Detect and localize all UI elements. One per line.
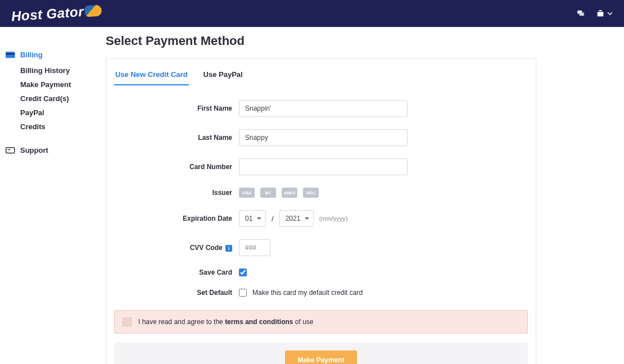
make-payment-button[interactable]: Make Payment	[285, 351, 356, 364]
support-icon	[6, 147, 16, 154]
account-menu[interactable]	[596, 9, 613, 18]
chat-icon[interactable]	[576, 10, 586, 17]
sidebar-item-paypal[interactable]: PayPal	[20, 106, 96, 120]
set-default-label: Set Default	[114, 289, 239, 297]
amex-icon: AMEX	[282, 188, 297, 198]
agree-checkbox[interactable]	[123, 317, 132, 326]
set-default-text: Make this card my default credit card	[252, 289, 363, 297]
brand-mascot-icon	[84, 4, 102, 17]
brand-name: Host Gator	[11, 4, 84, 25]
credit-card-icon	[6, 51, 16, 59]
brand-logo[interactable]: Host Gator	[11, 2, 102, 24]
toolbox-icon	[596, 9, 605, 18]
expiration-year-select[interactable]: 2021	[279, 210, 314, 227]
last-name-label: Last Name	[114, 134, 239, 142]
expiration-label: Expiration Date	[114, 215, 239, 222]
card-number-label: Card Number	[114, 163, 239, 171]
issuer-label: Issuer	[114, 189, 239, 197]
chevron-down-icon	[607, 11, 613, 16]
svg-rect-5	[8, 149, 11, 150]
expiration-sep: /	[272, 215, 274, 223]
sidebar-item-credits[interactable]: Credits	[20, 120, 96, 134]
tab-new-card[interactable]: Use New Credit Card	[114, 66, 189, 84]
agree-box: I have read and agree to the terms and c…	[114, 310, 528, 334]
first-name-label: First Name	[114, 104, 239, 112]
svg-rect-1	[580, 12, 584, 16]
sidebar-section-billing[interactable]: Billing	[6, 48, 96, 61]
cvv-label: CVV Code i	[114, 244, 239, 252]
tab-paypal[interactable]: Use PayPal	[202, 66, 244, 84]
info-icon[interactable]: i	[225, 245, 232, 252]
sidebar-section-support[interactable]: Support	[6, 144, 96, 157]
svg-rect-4	[6, 147, 15, 153]
svg-rect-3	[6, 53, 15, 54]
sidebar-item-billing-history[interactable]: Billing History	[20, 63, 96, 78]
sidebar-section-label: Support	[20, 146, 48, 154]
expiration-hint: (mm/yyyy)	[319, 215, 348, 222]
agree-text: I have read and agree to the terms and c…	[138, 318, 314, 326]
page-title: Select Payment Method	[106, 34, 536, 48]
mastercard-icon: MC	[260, 188, 276, 198]
discover-icon: DISC	[303, 188, 319, 198]
sidebar-section-label: Billing	[20, 51, 43, 59]
expiration-month-select[interactable]: 01	[239, 210, 266, 227]
sidebar-item-make-payment[interactable]: Make Payment	[20, 78, 96, 92]
set-default-checkbox[interactable]	[239, 289, 247, 297]
card-number-input[interactable]	[239, 158, 408, 175]
sidebar-item-credit-cards[interactable]: Credit Card(s)	[20, 92, 96, 106]
visa-icon: VISA	[239, 188, 255, 198]
first-name-input[interactable]	[239, 100, 408, 117]
last-name-input[interactable]	[239, 129, 408, 146]
save-card-label: Save Card	[114, 269, 239, 276]
cvv-input[interactable]	[239, 239, 270, 256]
svg-rect-2	[6, 52, 15, 58]
save-card-checkbox[interactable]	[239, 269, 247, 276]
